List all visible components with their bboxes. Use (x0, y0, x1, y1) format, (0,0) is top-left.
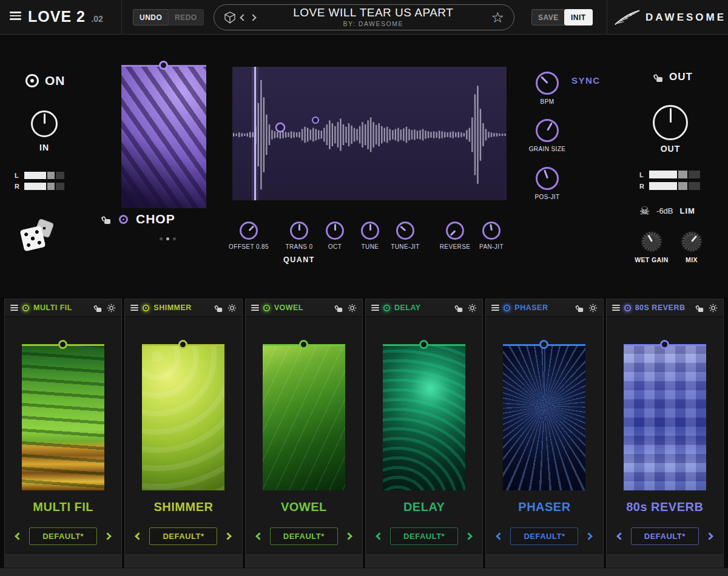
fx-preset-name[interactable]: DEFAULT* (29, 527, 97, 545)
fx-footer (366, 553, 482, 567)
fx-next-preset-icon[interactable] (585, 532, 593, 540)
fx-power-toggle[interactable] (383, 305, 390, 311)
fx-power-toggle[interactable] (504, 305, 510, 311)
output-gain-knob[interactable] (653, 105, 688, 140)
fx-gear-icon[interactable] (709, 303, 718, 313)
fx-preset-name[interactable]: DEFAULT* (510, 527, 578, 545)
knob-sub-label[interactable]: QUANT (283, 256, 315, 264)
fx-lock-icon[interactable] (456, 304, 463, 312)
limiter-label[interactable]: LIM (680, 206, 695, 215)
chop-slider-handle[interactable] (159, 61, 168, 70)
fx-slider-handle[interactable] (299, 340, 308, 349)
fx-preset-name[interactable]: DEFAULT* (270, 527, 338, 545)
fx-menu-icon[interactable] (371, 303, 379, 312)
knob[interactable] (536, 167, 559, 190)
fx-power-toggle[interactable] (263, 305, 270, 311)
save-button[interactable]: SAVE (531, 9, 565, 25)
engine-on-toggle[interactable] (25, 74, 39, 87)
knob[interactable] (482, 222, 500, 240)
fx-slider-handle[interactable] (660, 340, 669, 349)
fx-prev-preset-icon[interactable] (376, 532, 383, 540)
grain-marker[interactable] (276, 123, 285, 132)
fx-gear-icon[interactable] (348, 303, 357, 313)
knob[interactable] (446, 222, 464, 240)
fx-slider-handle[interactable] (539, 340, 548, 349)
fx-next-preset-icon[interactable] (345, 532, 352, 540)
fx-artwork[interactable] (383, 345, 465, 490)
fx-gear-icon[interactable] (228, 303, 237, 313)
grain-marker[interactable] (312, 117, 318, 123)
fx-next-preset-icon[interactable] (104, 532, 112, 540)
fx-slider-handle[interactable] (419, 340, 428, 349)
fx-slider-handle[interactable] (178, 340, 187, 349)
fx-preset-row: DEFAULT* (257, 527, 351, 545)
app-logo: LOVE 2 .02 (28, 8, 103, 25)
knob[interactable] (290, 222, 308, 240)
fx-menu-icon[interactable] (251, 303, 259, 312)
fx-preset-name[interactable]: DEFAULT* (149, 527, 217, 545)
fx-lock-icon[interactable] (577, 304, 584, 312)
knob[interactable] (536, 72, 559, 95)
init-button[interactable]: INIT (564, 9, 593, 25)
knob-label: REVERSE (440, 243, 471, 250)
input-gain-knob[interactable] (31, 110, 58, 137)
knob[interactable] (361, 222, 379, 240)
wet-gain-knob[interactable] (641, 231, 662, 252)
knob[interactable] (240, 222, 258, 240)
fx-menu-icon[interactable] (491, 303, 499, 312)
knob[interactable] (536, 119, 559, 142)
fx-gear-icon[interactable] (107, 303, 116, 313)
fx-lock-icon[interactable] (336, 304, 343, 312)
preset-browser[interactable]: LOVE WILL TEAR US APART BY: DAWESOME ☆ (214, 4, 514, 30)
fx-artwork[interactable] (22, 345, 104, 490)
main-menu-icon[interactable] (10, 10, 21, 22)
fx-title: VOWEL (281, 500, 327, 514)
sync-label[interactable]: SYNC (571, 75, 601, 86)
fx-slider-handle[interactable] (58, 340, 67, 349)
fx-menu-icon[interactable] (612, 303, 620, 312)
fx-menu-icon[interactable] (10, 303, 18, 312)
fx-gear-icon[interactable] (588, 303, 598, 313)
prev-preset-icon[interactable] (240, 14, 246, 21)
fx-lock-icon[interactable] (95, 304, 102, 312)
fx-artwork[interactable] (503, 345, 585, 490)
fx-next-preset-icon[interactable] (706, 532, 713, 540)
fx-body: SHIMMERDEFAULT* (125, 317, 241, 553)
fx-next-preset-icon[interactable] (224, 532, 232, 540)
fx-artwork[interactable] (263, 345, 345, 490)
fx-power-toggle[interactable] (624, 305, 631, 311)
undo-button[interactable]: UNDO (133, 9, 169, 25)
fx-prev-preset-icon[interactable] (135, 532, 143, 540)
output-lock-icon[interactable] (655, 73, 663, 82)
fx-power-toggle[interactable] (143, 305, 149, 311)
knob[interactable] (326, 222, 344, 240)
chop-artwork[interactable] (121, 66, 206, 208)
favorite-star-icon[interactable]: ☆ (491, 10, 504, 25)
fx-artwork[interactable] (142, 345, 224, 490)
fx-header: PHASER (486, 299, 602, 317)
side-knob-grain-size: GRAIN SIZE (524, 119, 570, 152)
fx-power-toggle[interactable] (22, 305, 29, 311)
waveform-display[interactable] (232, 67, 507, 200)
fx-prev-preset-icon[interactable] (496, 532, 504, 540)
redo-button[interactable]: REDO (168, 9, 204, 25)
fx-preset-name[interactable]: DEFAULT* (390, 527, 458, 545)
fx-prev-preset-icon[interactable] (15, 532, 22, 540)
fx-artwork[interactable] (624, 345, 706, 490)
fx-lock-icon[interactable] (697, 304, 704, 312)
knob-pointer (691, 235, 697, 242)
fx-menu-icon[interactable] (130, 303, 138, 312)
next-preset-icon[interactable] (249, 14, 256, 21)
fx-prev-preset-icon[interactable] (616, 532, 624, 540)
knob[interactable] (396, 222, 414, 240)
fx-lock-icon[interactable] (216, 304, 223, 312)
limiter-threshold[interactable]: -6dB (656, 206, 673, 215)
fx-preset-name[interactable]: DEFAULT* (631, 527, 699, 545)
skull-icon[interactable]: ☠ (639, 205, 650, 217)
fx-gear-icon[interactable] (468, 303, 477, 313)
randomize-die-icon[interactable] (224, 12, 236, 24)
grain-knob-offset-0-85: OFFSET 0.85 (226, 222, 272, 250)
mix-knob[interactable] (681, 231, 703, 252)
fx-next-preset-icon[interactable] (465, 532, 473, 540)
fx-prev-preset-icon[interactable] (255, 532, 263, 540)
